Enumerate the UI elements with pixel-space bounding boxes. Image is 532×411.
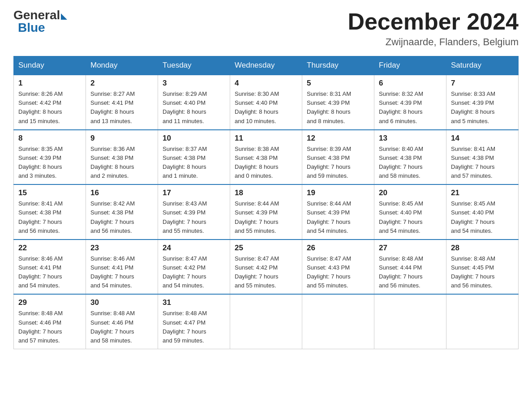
day-info: Sunrise: 8:44 AM Sunset: 4:39 PM Dayligh… [235, 199, 297, 235]
calendar-day-cell: 16Sunrise: 8:42 AM Sunset: 4:38 PM Dayli… [86, 184, 158, 240]
calendar-day-cell: 9Sunrise: 8:36 AM Sunset: 4:38 PM Daylig… [86, 130, 158, 185]
calendar-day-cell: 24Sunrise: 8:47 AM Sunset: 4:42 PM Dayli… [158, 240, 230, 295]
day-number: 20 [379, 188, 442, 197]
day-number: 8 [18, 134, 81, 143]
logo-triangle-icon [61, 13, 67, 20]
day-info: Sunrise: 8:30 AM Sunset: 4:40 PM Dayligh… [235, 90, 297, 126]
calendar-day-cell: 12Sunrise: 8:39 AM Sunset: 4:38 PM Dayli… [302, 130, 374, 185]
location-subtitle: Zwijnaarde, Flanders, Belgium [348, 36, 519, 48]
calendar-week-row: 1Sunrise: 8:26 AM Sunset: 4:42 PM Daylig… [14, 75, 519, 130]
day-number: 6 [379, 79, 442, 88]
day-number: 4 [235, 79, 297, 88]
day-number: 19 [307, 188, 369, 197]
calendar-day-cell: 17Sunrise: 8:43 AM Sunset: 4:39 PM Dayli… [158, 184, 230, 240]
page-header: General Blue December 2024 Zwijnaarde, F… [13, 9, 519, 48]
calendar-day-cell: 3Sunrise: 8:29 AM Sunset: 4:40 PM Daylig… [158, 75, 230, 130]
day-number: 9 [90, 134, 153, 143]
day-info: Sunrise: 8:47 AM Sunset: 4:42 PM Dayligh… [235, 254, 297, 291]
day-number: 17 [163, 188, 225, 197]
day-number: 12 [307, 134, 369, 143]
day-number: 2 [90, 79, 153, 88]
logo-general-text: General [13, 9, 60, 21]
day-info: Sunrise: 8:48 AM Sunset: 4:47 PM Dayligh… [163, 309, 225, 345]
calendar-day-cell: 1Sunrise: 8:26 AM Sunset: 4:42 PM Daylig… [14, 75, 86, 130]
day-number: 23 [90, 244, 153, 253]
calendar-day-cell: 25Sunrise: 8:47 AM Sunset: 4:42 PM Dayli… [230, 240, 302, 295]
calendar-day-cell: 7Sunrise: 8:33 AM Sunset: 4:39 PM Daylig… [446, 75, 519, 130]
weekday-header-saturday: Saturday [446, 56, 519, 75]
calendar-day-cell [446, 294, 519, 349]
day-info: Sunrise: 8:36 AM Sunset: 4:38 PM Dayligh… [90, 145, 153, 181]
calendar-day-cell: 5Sunrise: 8:31 AM Sunset: 4:39 PM Daylig… [302, 75, 374, 130]
day-info: Sunrise: 8:27 AM Sunset: 4:41 PM Dayligh… [90, 90, 153, 126]
calendar-day-cell [302, 294, 374, 349]
day-number: 13 [379, 134, 442, 143]
calendar-week-row: 15Sunrise: 8:41 AM Sunset: 4:38 PM Dayli… [14, 184, 519, 240]
day-number: 26 [307, 244, 369, 253]
calendar-day-cell: 15Sunrise: 8:41 AM Sunset: 4:38 PM Dayli… [14, 184, 86, 240]
calendar-day-cell: 26Sunrise: 8:47 AM Sunset: 4:43 PM Dayli… [302, 240, 374, 295]
weekday-header-thursday: Thursday [302, 56, 374, 75]
day-number: 22 [18, 244, 81, 253]
weekday-header-wednesday: Wednesday [230, 56, 302, 75]
calendar-week-row: 8Sunrise: 8:35 AM Sunset: 4:39 PM Daylig… [14, 130, 519, 185]
day-number: 10 [163, 134, 225, 143]
calendar-header-row: SundayMondayTuesdayWednesdayThursdayFrid… [14, 56, 519, 75]
calendar-day-cell: 21Sunrise: 8:45 AM Sunset: 4:40 PM Dayli… [446, 184, 519, 240]
calendar-day-cell: 10Sunrise: 8:37 AM Sunset: 4:38 PM Dayli… [158, 130, 230, 185]
day-info: Sunrise: 8:44 AM Sunset: 4:39 PM Dayligh… [307, 199, 369, 235]
calendar-day-cell: 20Sunrise: 8:45 AM Sunset: 4:40 PM Dayli… [374, 184, 446, 240]
day-number: 28 [451, 244, 514, 253]
logo: General Blue [13, 9, 67, 35]
calendar-day-cell: 19Sunrise: 8:44 AM Sunset: 4:39 PM Dayli… [302, 184, 374, 240]
calendar-day-cell [374, 294, 446, 349]
day-number: 29 [18, 298, 81, 307]
calendar-day-cell: 13Sunrise: 8:40 AM Sunset: 4:38 PM Dayli… [374, 130, 446, 185]
calendar-day-cell: 27Sunrise: 8:48 AM Sunset: 4:44 PM Dayli… [374, 240, 446, 295]
calendar-day-cell: 30Sunrise: 8:48 AM Sunset: 4:46 PM Dayli… [86, 294, 158, 349]
weekday-header-friday: Friday [374, 56, 446, 75]
day-number: 25 [235, 244, 297, 253]
calendar-week-row: 29Sunrise: 8:48 AM Sunset: 4:46 PM Dayli… [14, 294, 519, 349]
day-info: Sunrise: 8:32 AM Sunset: 4:39 PM Dayligh… [379, 90, 442, 126]
day-info: Sunrise: 8:38 AM Sunset: 4:38 PM Dayligh… [235, 145, 297, 181]
day-info: Sunrise: 8:48 AM Sunset: 4:44 PM Dayligh… [379, 254, 442, 291]
day-number: 24 [163, 244, 225, 253]
day-number: 30 [90, 298, 153, 307]
calendar-week-row: 22Sunrise: 8:46 AM Sunset: 4:41 PM Dayli… [14, 240, 519, 295]
calendar-day-cell: 14Sunrise: 8:41 AM Sunset: 4:38 PM Dayli… [446, 130, 519, 185]
day-number: 1 [18, 79, 81, 88]
calendar-day-cell [230, 294, 302, 349]
day-info: Sunrise: 8:42 AM Sunset: 4:38 PM Dayligh… [90, 199, 153, 235]
logo-blue-text: Blue [18, 21, 45, 35]
month-year-title: December 2024 [348, 9, 519, 34]
calendar-day-cell: 2Sunrise: 8:27 AM Sunset: 4:41 PM Daylig… [86, 75, 158, 130]
weekday-header-monday: Monday [86, 56, 158, 75]
day-number: 7 [451, 79, 514, 88]
day-number: 18 [235, 188, 297, 197]
calendar-day-cell: 28Sunrise: 8:48 AM Sunset: 4:45 PM Dayli… [446, 240, 519, 295]
day-number: 15 [18, 188, 81, 197]
day-info: Sunrise: 8:46 AM Sunset: 4:41 PM Dayligh… [18, 254, 81, 291]
day-info: Sunrise: 8:39 AM Sunset: 4:38 PM Dayligh… [307, 145, 369, 181]
day-info: Sunrise: 8:48 AM Sunset: 4:45 PM Dayligh… [451, 254, 514, 291]
calendar-day-cell: 29Sunrise: 8:48 AM Sunset: 4:46 PM Dayli… [14, 294, 86, 349]
day-info: Sunrise: 8:46 AM Sunset: 4:41 PM Dayligh… [90, 254, 153, 291]
weekday-header-sunday: Sunday [14, 56, 86, 75]
day-info: Sunrise: 8:40 AM Sunset: 4:38 PM Dayligh… [379, 145, 442, 181]
day-info: Sunrise: 8:45 AM Sunset: 4:40 PM Dayligh… [379, 199, 442, 235]
calendar-day-cell: 8Sunrise: 8:35 AM Sunset: 4:39 PM Daylig… [14, 130, 86, 185]
day-number: 31 [163, 298, 225, 307]
day-info: Sunrise: 8:45 AM Sunset: 4:40 PM Dayligh… [451, 199, 514, 235]
day-number: 3 [163, 79, 225, 88]
day-info: Sunrise: 8:35 AM Sunset: 4:39 PM Dayligh… [18, 145, 81, 181]
day-number: 21 [451, 188, 514, 197]
calendar-day-cell: 23Sunrise: 8:46 AM Sunset: 4:41 PM Dayli… [86, 240, 158, 295]
calendar-day-cell: 22Sunrise: 8:46 AM Sunset: 4:41 PM Dayli… [14, 240, 86, 295]
day-info: Sunrise: 8:33 AM Sunset: 4:39 PM Dayligh… [451, 90, 514, 126]
day-info: Sunrise: 8:37 AM Sunset: 4:38 PM Dayligh… [163, 145, 225, 181]
weekday-header-tuesday: Tuesday [158, 56, 230, 75]
title-area: December 2024 Zwijnaarde, Flanders, Belg… [348, 9, 519, 48]
day-number: 11 [235, 134, 297, 143]
day-info: Sunrise: 8:29 AM Sunset: 4:40 PM Dayligh… [163, 90, 225, 126]
